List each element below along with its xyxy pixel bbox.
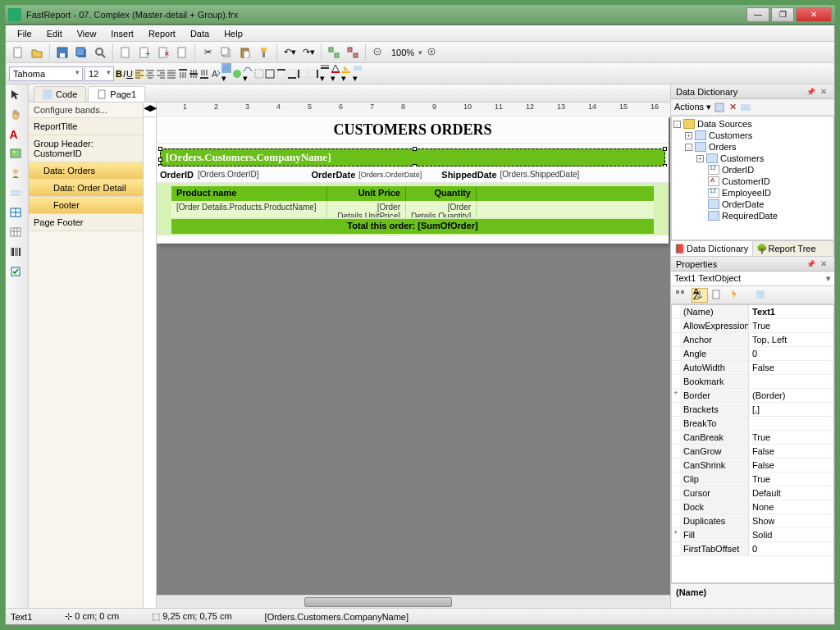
property-row[interactable]: AllowExpressionTrue bbox=[672, 319, 833, 333]
detail-hdr-qty[interactable]: Quantity bbox=[406, 186, 477, 201]
panel-close-icon[interactable]: ✕ bbox=[818, 259, 829, 268]
picture-tool[interactable] bbox=[9, 147, 25, 163]
property-row[interactable]: +Border(Border) bbox=[672, 389, 833, 403]
menu-file[interactable]: File bbox=[11, 27, 39, 40]
matrix-tool[interactable] bbox=[9, 226, 25, 242]
menu-edit[interactable]: Edit bbox=[40, 27, 69, 40]
col-shippeddate-bind[interactable]: [Orders.ShippedDate] bbox=[500, 170, 580, 179]
band-group-header[interactable]: [Orders.Customers.CompanyName] bbox=[160, 148, 665, 167]
band-item[interactable]: Data: Order Detail bbox=[29, 180, 143, 197]
property-row[interactable]: DockNone bbox=[672, 500, 833, 514]
zoom-value[interactable]: 100% bbox=[388, 48, 418, 57]
italic-button[interactable]: I bbox=[123, 69, 126, 79]
expand-icon[interactable]: + bbox=[696, 155, 704, 162]
tree-node[interactable]: OrderDate bbox=[673, 199, 832, 210]
format-button[interactable]: ▾ bbox=[243, 63, 253, 84]
detail-cell-product[interactable]: [Order Details.Products.ProductName] bbox=[171, 201, 327, 217]
band-item[interactable]: ReportTitle bbox=[29, 118, 143, 135]
property-row[interactable]: Brackets[,] bbox=[672, 403, 833, 417]
col-orderid-label[interactable]: OrderID bbox=[157, 170, 198, 180]
property-row[interactable]: CanGrowFalse bbox=[672, 445, 833, 459]
col-orderid-bind[interactable]: [Orders.OrderID] bbox=[198, 170, 258, 179]
border-all-button[interactable] bbox=[265, 69, 275, 79]
prop-filter-button[interactable] bbox=[754, 288, 770, 303]
action-delete-icon[interactable]: ✕ bbox=[729, 102, 737, 112]
tree-node[interactable]: CustomerID bbox=[673, 176, 832, 187]
tree-node[interactable]: +Customers bbox=[673, 153, 832, 164]
select-tool[interactable] bbox=[9, 88, 25, 104]
valign-top-button[interactable] bbox=[178, 69, 188, 79]
property-row[interactable]: +FillSolid bbox=[672, 528, 833, 542]
tree-node[interactable]: OrderID bbox=[673, 164, 832, 176]
menu-data[interactable]: Data bbox=[184, 27, 216, 40]
save-all-button[interactable] bbox=[72, 43, 90, 62]
vertical-ruler[interactable] bbox=[144, 117, 157, 608]
format-painter-button[interactable] bbox=[255, 43, 273, 62]
data-tree[interactable]: - Data Sources +Customers-Orders+Custome… bbox=[671, 116, 834, 240]
paste-button[interactable] bbox=[236, 43, 254, 62]
underline-button[interactable]: U bbox=[126, 69, 133, 79]
configure-bands-link[interactable]: Configure bands... bbox=[29, 103, 143, 118]
fill-color-button[interactable]: ▾ bbox=[341, 63, 351, 84]
group-header-expr[interactable]: [Orders.Customers.CompanyName] bbox=[166, 151, 331, 164]
menu-report[interactable]: Report bbox=[142, 27, 182, 40]
tree-node[interactable]: +Customers bbox=[673, 130, 832, 141]
property-row[interactable]: DuplicatesShow bbox=[672, 514, 833, 528]
band-report-title[interactable]: CUSTOMERS ORDERS bbox=[157, 117, 669, 144]
property-row[interactable]: CanBreakTrue bbox=[672, 431, 833, 445]
expand-icon[interactable]: - bbox=[685, 144, 692, 151]
line-style-button[interactable]: ▾ bbox=[320, 63, 330, 84]
hand-tool[interactable] bbox=[9, 107, 25, 124]
minimize-button[interactable]: ― bbox=[746, 7, 769, 22]
zoom-out-button[interactable] bbox=[369, 43, 387, 62]
border-top-button[interactable] bbox=[276, 69, 286, 79]
tab-page1[interactable]: Page1 bbox=[88, 86, 145, 102]
new-button[interactable] bbox=[9, 43, 27, 62]
bold-button[interactable]: B bbox=[116, 69, 122, 79]
property-row[interactable]: AutoWidthFalse bbox=[672, 361, 833, 375]
object-selector[interactable]: Text1 TextObject ▾ bbox=[671, 272, 834, 286]
menu-insert[interactable]: Insert bbox=[104, 27, 140, 40]
ungroup-button[interactable] bbox=[344, 43, 362, 62]
undo-button[interactable]: ↶▾ bbox=[281, 43, 299, 62]
text-rotate-button[interactable]: A bbox=[211, 69, 221, 79]
col-shippeddate-label[interactable]: ShippedDate bbox=[438, 170, 500, 180]
property-row[interactable]: BreakTo bbox=[672, 417, 833, 431]
group-button[interactable] bbox=[325, 43, 343, 62]
open-button[interactable] bbox=[28, 43, 46, 62]
panel-close-icon[interactable]: ✕ bbox=[818, 87, 829, 96]
band-item[interactable]: Group Header: CustomerID bbox=[29, 135, 143, 162]
tab-code[interactable]: Code bbox=[34, 86, 86, 102]
preview-button[interactable] bbox=[91, 43, 109, 62]
pin-icon[interactable]: 📌 bbox=[804, 260, 818, 268]
border-left-button[interactable] bbox=[298, 69, 308, 79]
property-row[interactable]: AnchorTop, Left bbox=[672, 333, 833, 347]
expand-icon[interactable]: - bbox=[673, 121, 681, 128]
report-title-text[interactable]: CUSTOMERS ORDERS bbox=[333, 121, 491, 139]
tree-node[interactable]: EmployeeID bbox=[673, 187, 832, 199]
band-page-footer[interactable] bbox=[157, 235, 669, 244]
border-right-button[interactable] bbox=[308, 69, 318, 79]
pin-icon[interactable]: 📌 bbox=[804, 88, 818, 96]
property-row[interactable]: Angle0 bbox=[672, 347, 833, 361]
property-row[interactable]: CursorDefault bbox=[672, 486, 833, 500]
page-setup-button[interactable] bbox=[173, 43, 191, 62]
styles-button[interactable]: ▾ bbox=[353, 63, 363, 84]
highlight-button[interactable] bbox=[232, 69, 242, 79]
copy-button[interactable] bbox=[217, 43, 235, 62]
action-view-icon[interactable] bbox=[740, 103, 751, 112]
band-item[interactable]: Footer bbox=[29, 197, 143, 214]
menu-help[interactable]: Help bbox=[217, 27, 249, 40]
page-button[interactable] bbox=[116, 43, 135, 62]
detail-hdr-price[interactable]: Unit Price bbox=[327, 186, 406, 201]
actions-dropdown[interactable]: Actions ▾ bbox=[674, 102, 711, 112]
col-orderdate-label[interactable]: OrderDate bbox=[308, 170, 358, 180]
tree-root[interactable]: - Data Sources bbox=[673, 118, 832, 130]
ruler-corner[interactable]: ◀▶ bbox=[144, 103, 157, 117]
expand-icon[interactable]: + bbox=[685, 132, 692, 139]
align-left-button[interactable] bbox=[135, 69, 144, 79]
valign-bottom-button[interactable] bbox=[199, 69, 209, 79]
table-tool[interactable] bbox=[9, 206, 25, 222]
band-data-orders[interactable]: OrderID [Orders.OrderID] OrderDate [Orde… bbox=[157, 167, 669, 183]
align-center-button[interactable] bbox=[145, 69, 155, 79]
